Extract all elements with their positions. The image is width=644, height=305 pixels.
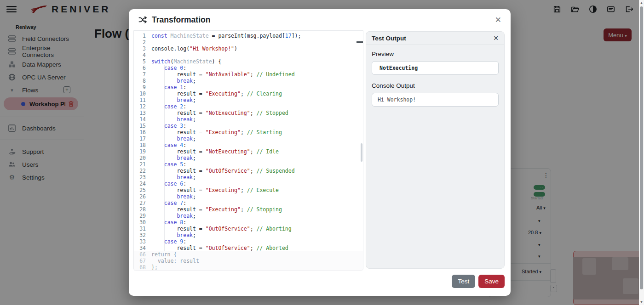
- code-lines: 1const MachineState = parseInt(msg.paylo…: [134, 31, 363, 271]
- modal-footer: Test Save: [452, 275, 505, 288]
- preview-label: Preview: [372, 51, 499, 57]
- transformation-modal: Transformation ✕ 1const MachineState = p…: [129, 9, 511, 296]
- code-line: 34 result = "OutOfService"; // Aborted: [134, 245, 363, 251]
- page-scrollbar-thumb[interactable]: [640, 6, 643, 289]
- code-line: 3console.log("Hi Workshop!"): [134, 45, 363, 52]
- test-output-title: Test Output: [372, 35, 406, 42]
- test-output-close-icon[interactable]: ✕: [493, 35, 499, 41]
- code-line: 14 break;: [134, 116, 363, 123]
- code-line: 17 break;: [134, 136, 363, 142]
- code-line: 2: [134, 39, 363, 45]
- scroll-up-arrow[interactable]: ▲: [639, 1, 644, 5]
- code-line: 6 case 0:: [134, 65, 363, 71]
- code-line: 19 result = "NotExecuting"; // Idle: [134, 148, 363, 155]
- code-line: 7 result = "NotAvailable"; // Undefined: [134, 71, 363, 78]
- code-line: 28 result = "Executing"; // Stopping: [134, 206, 363, 213]
- shuffle-icon: [138, 15, 148, 24]
- code-line: 30 case 8:: [134, 219, 363, 226]
- editor-scroll-indicator[interactable]: [356, 41, 363, 43]
- test-output-header: Test Output ✕: [366, 32, 504, 45]
- console-output-box: Hi Workshop!: [372, 93, 499, 107]
- modal-title: Transformation: [152, 15, 210, 25]
- code-line: 29 break;: [134, 213, 363, 219]
- screen: RENIVER Reniway Field Co: [0, 0, 644, 305]
- modal-close-icon[interactable]: ✕: [495, 16, 501, 24]
- scroll-down-arrow[interactable]: ▼: [639, 300, 644, 304]
- console-output-label: Console Output: [372, 82, 499, 89]
- code-line: 12 case 2:: [134, 103, 363, 110]
- code-line: 1const MachineState = parseInt(msg.paylo…: [134, 33, 363, 39]
- code-line: 68};: [134, 264, 363, 271]
- code-line: 10 result = "Executing"; // Clearing: [134, 90, 363, 97]
- code-line: 31 result = "OutOfService"; // Aborting: [134, 226, 363, 232]
- save-button[interactable]: Save: [478, 275, 505, 288]
- code-line: 67 value: result: [134, 258, 363, 264]
- code-line: 4: [134, 52, 363, 58]
- code-line: 18 case 4:: [134, 142, 363, 148]
- code-line: 5switch(MachineState) {: [134, 58, 363, 65]
- code-line: 23 break;: [134, 174, 363, 181]
- editor-scrollbar-thumb[interactable]: [361, 143, 362, 162]
- code-line: 15 case 3:: [134, 123, 363, 129]
- code-line: 22 result = "OutOfService"; // Suspended: [134, 168, 363, 174]
- code-line: 9 case 1:: [134, 84, 363, 90]
- test-output-panel: Test Output ✕ Preview NotExecuting Conso…: [366, 31, 505, 269]
- code-line: 11 break;: [134, 97, 363, 103]
- code-line: 20 break;: [134, 155, 363, 161]
- code-line: 26 break;: [134, 193, 363, 200]
- code-line: 33 case 9:: [134, 238, 363, 245]
- test-button[interactable]: Test: [452, 275, 475, 288]
- code-line: 27 case 7:: [134, 200, 363, 206]
- code-line: 66return {: [134, 251, 363, 258]
- code-line: 32 break;: [134, 232, 363, 238]
- code-line: 8 break;: [134, 78, 363, 84]
- code-line: 24 case 6:: [134, 181, 363, 187]
- preview-output-box: NotExecuting: [372, 61, 499, 75]
- page-scrollbar[interactable]: ▲ ▼: [639, 0, 644, 305]
- code-line: 13 result = "NotExecuting"; // Stopped: [134, 110, 363, 116]
- code-editor[interactable]: 1const MachineState = parseInt(msg.paylo…: [133, 30, 363, 271]
- modal-header: Transformation ✕: [129, 9, 511, 30]
- code-line: 16 result = "Executing"; // Starting: [134, 129, 363, 136]
- code-line: 21 case 5:: [134, 161, 363, 168]
- code-line: 25 result = "Executing"; // Execute: [134, 187, 363, 193]
